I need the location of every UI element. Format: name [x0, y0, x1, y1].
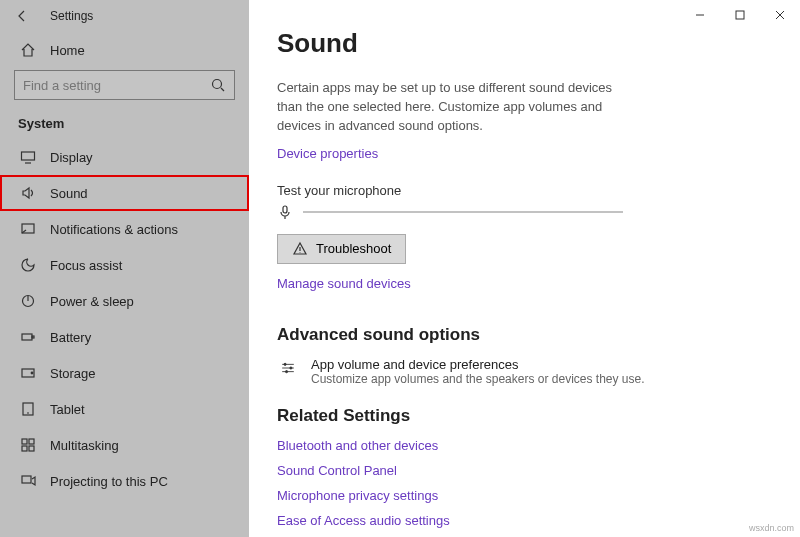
main-panel: Sound Certain apps may be set up to use …	[249, 0, 800, 537]
svg-point-18	[285, 370, 287, 372]
focus-assist-icon	[20, 257, 36, 273]
sidebar-item-label: Notifications & actions	[50, 222, 178, 237]
svg-rect-13	[22, 476, 31, 483]
svg-rect-15	[283, 206, 287, 213]
titlebar: Settings	[0, 0, 249, 32]
related-links: Bluetooth and other devices Sound Contro…	[277, 438, 772, 528]
troubleshoot-button[interactable]: Troubleshoot	[277, 234, 406, 264]
related-heading: Related Settings	[277, 406, 772, 426]
svg-point-7	[31, 372, 33, 374]
home-icon	[20, 42, 36, 58]
search-container	[0, 64, 249, 104]
power-icon	[20, 293, 36, 309]
app-title: Settings	[50, 9, 93, 23]
multitasking-icon	[20, 437, 36, 453]
close-button[interactable]	[760, 0, 800, 30]
storage-icon	[20, 365, 36, 381]
advanced-heading: Advanced sound options	[277, 325, 772, 345]
svg-point-0	[213, 80, 222, 89]
sidebar-item-label: Projecting to this PC	[50, 474, 168, 489]
troubleshoot-label: Troubleshoot	[316, 241, 391, 256]
svg-rect-12	[29, 446, 34, 451]
minimize-button[interactable]	[680, 0, 720, 30]
svg-rect-14	[736, 11, 744, 19]
sidebar-item-notifications[interactable]: Notifications & actions	[0, 211, 249, 247]
sidebar: Settings Home System Display	[0, 0, 249, 537]
home-nav[interactable]: Home	[0, 36, 249, 64]
svg-rect-9	[22, 439, 27, 444]
mic-test-row	[277, 204, 772, 220]
maximize-button[interactable]	[720, 0, 760, 30]
sidebar-item-sound[interactable]: Sound	[0, 175, 249, 211]
notifications-icon	[20, 221, 36, 237]
svg-rect-10	[29, 439, 34, 444]
microphone-icon	[277, 204, 293, 220]
search-box[interactable]	[14, 70, 235, 100]
sidebar-item-label: Storage	[50, 366, 96, 381]
pref-subtitle: Customize app volumes and the speakers o…	[311, 372, 645, 386]
warning-icon	[292, 241, 308, 257]
svg-rect-11	[22, 446, 27, 451]
sound-icon	[20, 185, 36, 201]
related-link-ease-of-access[interactable]: Ease of Access audio settings	[277, 513, 772, 528]
home-label: Home	[50, 43, 85, 58]
settings-window: Settings Home System Display	[0, 0, 800, 537]
sound-description: Certain apps may be set up to use differ…	[277, 79, 637, 136]
test-mic-label: Test your microphone	[277, 183, 772, 198]
nav-list: Display Sound Notifications & actions Fo…	[0, 139, 249, 499]
sidebar-item-label: Display	[50, 150, 93, 165]
svg-point-17	[290, 366, 292, 368]
content: Sound Certain apps may be set up to use …	[249, 0, 800, 537]
sidebar-item-display[interactable]: Display	[0, 139, 249, 175]
sliders-icon	[277, 357, 299, 379]
sidebar-item-label: Power & sleep	[50, 294, 134, 309]
mic-level-bar	[303, 211, 623, 213]
sidebar-item-focus-assist[interactable]: Focus assist	[0, 247, 249, 283]
back-button[interactable]	[12, 6, 32, 26]
sidebar-item-label: Focus assist	[50, 258, 122, 273]
sidebar-item-label: Battery	[50, 330, 91, 345]
projecting-icon	[20, 473, 36, 489]
svg-point-16	[284, 363, 286, 365]
watermark: wsxdn.com	[749, 523, 794, 533]
section-label: System	[0, 104, 249, 139]
related-link-sound-control-panel[interactable]: Sound Control Panel	[277, 463, 772, 478]
arrow-left-icon	[14, 8, 30, 24]
svg-rect-4	[22, 334, 32, 340]
related-link-bluetooth[interactable]: Bluetooth and other devices	[277, 438, 772, 453]
search-input[interactable]	[23, 78, 196, 93]
pref-title: App volume and device preferences	[311, 357, 645, 372]
svg-rect-1	[22, 152, 35, 160]
related-link-mic-privacy[interactable]: Microphone privacy settings	[277, 488, 772, 503]
sidebar-item-multitasking[interactable]: Multitasking	[0, 427, 249, 463]
app-volume-preferences[interactable]: App volume and device preferences Custom…	[277, 357, 772, 386]
sidebar-item-tablet[interactable]: Tablet	[0, 391, 249, 427]
sidebar-item-label: Tablet	[50, 402, 85, 417]
svg-rect-5	[32, 336, 34, 338]
sidebar-item-label: Multitasking	[50, 438, 119, 453]
sidebar-item-battery[interactable]: Battery	[0, 319, 249, 355]
tablet-icon	[20, 401, 36, 417]
display-icon	[20, 149, 36, 165]
window-controls	[680, 0, 800, 30]
sidebar-item-storage[interactable]: Storage	[0, 355, 249, 391]
search-icon	[210, 77, 226, 93]
sidebar-item-projecting[interactable]: Projecting to this PC	[0, 463, 249, 499]
battery-icon	[20, 329, 36, 345]
page-title: Sound	[277, 28, 772, 59]
sidebar-item-label: Sound	[50, 186, 88, 201]
sidebar-item-power-sleep[interactable]: Power & sleep	[0, 283, 249, 319]
manage-sound-devices-link[interactable]: Manage sound devices	[277, 276, 411, 291]
device-properties-link[interactable]: Device properties	[277, 146, 378, 161]
